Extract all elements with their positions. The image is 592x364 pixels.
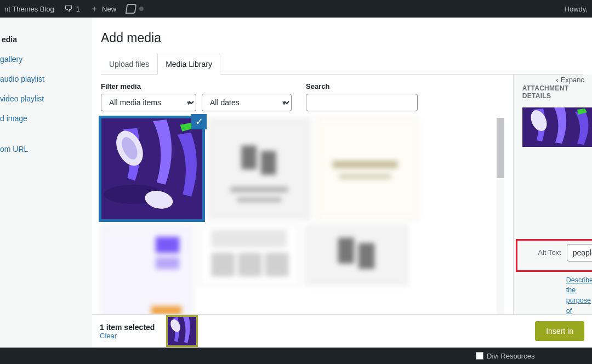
filter-type-select[interactable]: All media items bbox=[101, 94, 196, 111]
svg-rect-11 bbox=[333, 161, 398, 168]
svg-rect-20 bbox=[238, 253, 261, 276]
insert-button[interactable]: Insert in bbox=[535, 321, 584, 341]
media-grid: ✓ bbox=[101, 118, 504, 348]
modal-title: Add media bbox=[101, 31, 583, 46]
media-item[interactable] bbox=[208, 118, 310, 220]
search-label: Search bbox=[306, 82, 418, 90]
yoast-status-dot bbox=[139, 7, 144, 11]
svg-rect-19 bbox=[211, 253, 235, 276]
svg-rect-21 bbox=[265, 253, 288, 276]
svg-rect-9 bbox=[237, 197, 281, 202]
media-sidebar: edia gallery audio playlist video playli… bbox=[0, 18, 92, 348]
selection-count: 1 item selected bbox=[100, 323, 155, 332]
sidebar-item-media[interactable]: edia bbox=[0, 30, 92, 49]
media-library: Filter media All media items All dates bbox=[92, 75, 513, 348]
svg-rect-23 bbox=[338, 238, 354, 264]
adminbar-new[interactable]: ＋ New bbox=[90, 4, 116, 13]
filter-date-select[interactable]: All dates bbox=[202, 94, 292, 111]
media-item[interactable] bbox=[198, 225, 300, 286]
comment-icon: 🗨 bbox=[64, 4, 73, 13]
sidebar-item-from-url[interactable]: om URL bbox=[0, 139, 92, 159]
expand-details-toggle[interactable]: ‹ Expanc bbox=[556, 76, 584, 84]
alt-text-label: Alt Text bbox=[523, 244, 561, 257]
scrollbar-thumb[interactable] bbox=[497, 118, 504, 178]
selection-thumbnail[interactable] bbox=[168, 317, 196, 345]
adminbar-site-link[interactable]: nt Themes Blog bbox=[4, 5, 54, 13]
svg-rect-18 bbox=[211, 230, 286, 247]
adminbar-yoast[interactable] bbox=[126, 4, 144, 14]
alt-text-highlight: Alt Text bbox=[516, 239, 592, 272]
tab-upload-files[interactable]: Upload files bbox=[101, 54, 157, 75]
tab-media-library[interactable]: Media Library bbox=[157, 54, 220, 75]
attachment-details-heading: ATTACHMENT DETAILS bbox=[522, 84, 592, 100]
category-checkbox[interactable] bbox=[476, 352, 483, 360]
plus-icon: ＋ bbox=[90, 4, 99, 13]
check-icon: ✓ bbox=[191, 114, 207, 129]
sidebar-item-featured-image[interactable]: d image bbox=[0, 109, 92, 128]
alt-text-input[interactable] bbox=[567, 244, 592, 261]
svg-rect-5 bbox=[209, 118, 310, 219]
sidebar-item-video-playlist[interactable]: video playlist bbox=[0, 89, 92, 109]
media-tabs: Upload files Media Library bbox=[101, 53, 583, 75]
chevron-left-icon: ‹ bbox=[556, 76, 558, 84]
attachment-details-panel: ATTACHMENT DETAILS 001-Alt-Tex bbox=[513, 75, 592, 348]
search-input[interactable] bbox=[306, 94, 418, 111]
background-editor-bar: Divi Resources bbox=[0, 348, 592, 364]
svg-rect-7 bbox=[261, 151, 276, 175]
attachment-thumbnail bbox=[522, 107, 592, 147]
svg-rect-10 bbox=[316, 118, 417, 219]
media-item-selected[interactable]: ✓ bbox=[101, 118, 203, 220]
category-label: Divi Resources bbox=[487, 352, 534, 360]
svg-rect-15 bbox=[156, 257, 179, 269]
svg-rect-14 bbox=[156, 237, 179, 253]
filter-media-label: Filter media bbox=[101, 82, 292, 90]
scrollbar-track[interactable] bbox=[497, 118, 504, 348]
sidebar-item-audio-playlist[interactable]: audio playlist bbox=[0, 69, 92, 89]
svg-rect-24 bbox=[358, 243, 374, 269]
svg-rect-6 bbox=[241, 145, 257, 169]
media-toolbar: 1 item selected Clear Insert in bbox=[92, 314, 592, 348]
clear-selection-link[interactable]: Clear bbox=[100, 332, 155, 340]
svg-rect-8 bbox=[231, 187, 288, 192]
sidebar-item-gallery[interactable]: gallery bbox=[0, 49, 92, 69]
media-thumbnail-image bbox=[101, 118, 202, 219]
media-item[interactable] bbox=[306, 225, 408, 286]
svg-rect-22 bbox=[307, 226, 407, 285]
adminbar-comments[interactable]: 🗨 1 bbox=[64, 4, 80, 13]
svg-rect-16 bbox=[151, 306, 181, 315]
media-item[interactable] bbox=[101, 225, 193, 327]
yoast-icon bbox=[126, 4, 137, 14]
media-modal: Add media Upload files Media Library ‹ E… bbox=[92, 18, 592, 348]
adminbar-howdy[interactable]: Howdy, bbox=[565, 5, 588, 13]
admin-bar: nt Themes Blog 🗨 1 ＋ New Howdy, bbox=[0, 0, 592, 18]
svg-rect-12 bbox=[339, 174, 391, 179]
media-item[interactable] bbox=[316, 118, 418, 220]
